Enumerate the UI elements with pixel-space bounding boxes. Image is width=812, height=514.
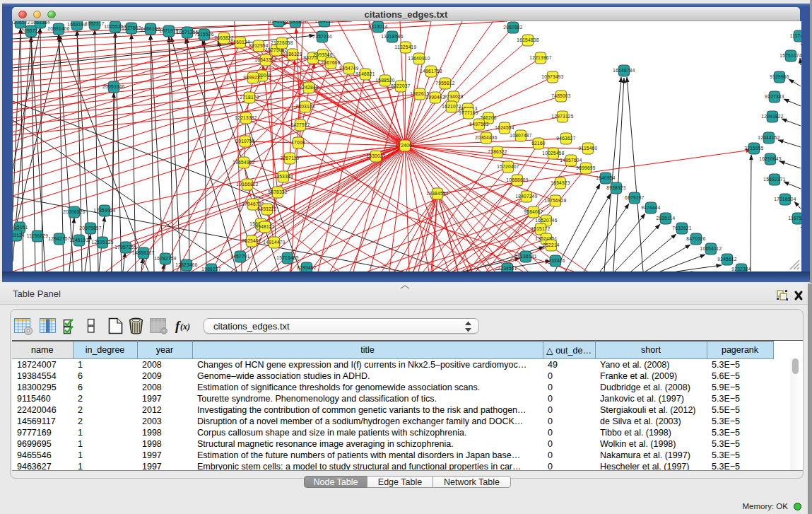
svg-text:17957255: 17957255 bbox=[114, 245, 136, 250]
svg-text:1010755: 1010755 bbox=[235, 139, 254, 144]
svg-text:7632621: 7632621 bbox=[672, 226, 691, 230]
svg-text:939124: 939124 bbox=[13, 233, 25, 238]
svg-text:7386322: 7386322 bbox=[488, 149, 507, 154]
svg-text:1205572: 1205572 bbox=[13, 21, 30, 25]
svg-text:21226058: 21226058 bbox=[271, 40, 293, 45]
svg-text:3215955: 3215955 bbox=[744, 146, 763, 151]
svg-text:12942757: 12942757 bbox=[48, 236, 70, 241]
svg-text:1545106: 1545106 bbox=[269, 21, 288, 23]
svg-text:6497563: 6497563 bbox=[469, 122, 488, 127]
svg-text:7955812: 7955812 bbox=[435, 81, 454, 86]
svg-text:11156829: 11156829 bbox=[27, 233, 48, 238]
svg-text:1353384: 1353384 bbox=[273, 174, 293, 179]
svg-text:20691406: 20691406 bbox=[47, 26, 69, 31]
svg-text:17016504: 17016504 bbox=[774, 197, 796, 201]
svg-text:1615172: 1615172 bbox=[531, 226, 550, 231]
svg-text:14914479: 14914479 bbox=[263, 240, 285, 245]
svg-text:19654952: 19654952 bbox=[233, 160, 254, 165]
svg-text:9734028: 9734028 bbox=[444, 94, 463, 99]
svg-text:5878332: 5878332 bbox=[268, 189, 287, 194]
svg-text:9463627: 9463627 bbox=[556, 136, 575, 141]
svg-text:10654112: 10654112 bbox=[700, 246, 722, 251]
svg-text:9474444: 9474444 bbox=[641, 205, 660, 210]
svg-text:8293462: 8293462 bbox=[297, 265, 316, 270]
svg-text:18407249: 18407249 bbox=[515, 194, 537, 199]
svg-text:12505135: 12505135 bbox=[91, 240, 113, 245]
svg-text:12973125: 12973125 bbox=[551, 114, 573, 119]
svg-text:1527602: 1527602 bbox=[122, 25, 141, 30]
svg-text:2718179: 2718179 bbox=[240, 95, 259, 100]
svg-text:16154838: 16154838 bbox=[517, 37, 539, 42]
svg-text:10025458: 10025458 bbox=[542, 151, 564, 156]
svg-text:1588520: 1588520 bbox=[375, 78, 394, 83]
svg-text:6879197: 6879197 bbox=[625, 195, 644, 200]
svg-text:12823466: 12823466 bbox=[175, 262, 197, 267]
svg-text:1640954: 1640954 bbox=[596, 175, 615, 180]
svg-text:1063384: 1063384 bbox=[30, 21, 49, 25]
svg-text:9242848: 9242848 bbox=[299, 85, 318, 90]
svg-text:8660124: 8660124 bbox=[230, 40, 249, 45]
svg-text:1624554: 1624554 bbox=[495, 125, 514, 130]
svg-text:9899231: 9899231 bbox=[243, 75, 262, 80]
svg-text:20053346: 20053346 bbox=[102, 84, 124, 89]
svg-text:9245612: 9245612 bbox=[717, 257, 736, 262]
svg-text:8322037: 8322037 bbox=[391, 83, 410, 88]
svg-text:9899695: 9899695 bbox=[576, 165, 595, 170]
svg-text:9457791: 9457791 bbox=[230, 254, 249, 259]
svg-text:15692371: 15692371 bbox=[763, 177, 785, 182]
svg-text:1145191: 1145191 bbox=[70, 238, 89, 243]
svg-text:9227343: 9227343 bbox=[765, 94, 784, 99]
svg-text:1733426: 1733426 bbox=[546, 258, 565, 263]
svg-text:8813014: 8813014 bbox=[368, 24, 387, 29]
svg-text:1167533: 1167533 bbox=[789, 216, 801, 221]
svg-text:2093546: 2093546 bbox=[313, 52, 332, 57]
svg-text:20364436: 20364436 bbox=[475, 135, 497, 140]
svg-text:16520746: 16520746 bbox=[535, 218, 557, 223]
svg-text:19384554: 19384554 bbox=[426, 191, 448, 196]
svg-text:16782759: 16782759 bbox=[154, 256, 176, 261]
svg-text:20206526: 20206526 bbox=[63, 209, 85, 214]
svg-text:2055721: 2055721 bbox=[21, 28, 40, 33]
svg-text:15751074: 15751074 bbox=[779, 53, 801, 58]
svg-text:16210643: 16210643 bbox=[759, 156, 781, 161]
svg-text:1530027: 1530027 bbox=[366, 153, 385, 158]
svg-text:2935114: 2935114 bbox=[657, 216, 676, 221]
svg-text:935051: 935051 bbox=[13, 225, 28, 230]
svg-text:12093822: 12093822 bbox=[761, 114, 783, 119]
svg-text:1117404: 1117404 bbox=[790, 33, 801, 38]
svg-text:8454749: 8454749 bbox=[339, 66, 358, 71]
svg-text:13218586: 13218586 bbox=[381, 34, 403, 39]
svg-text:7485003: 7485003 bbox=[551, 93, 570, 98]
svg-text:12213967: 12213967 bbox=[529, 55, 551, 60]
svg-text:1184222: 1184222 bbox=[315, 21, 334, 23]
svg-text:8938923: 8938923 bbox=[606, 185, 625, 190]
svg-text:17008: 17008 bbox=[291, 140, 305, 145]
svg-text:5493222: 5493222 bbox=[257, 206, 276, 211]
svg-text:9146821: 9146821 bbox=[355, 71, 375, 76]
svg-text:14957604: 14957604 bbox=[560, 158, 582, 163]
svg-text:3267110: 3267110 bbox=[281, 156, 300, 160]
svg-text:(x): (x) bbox=[180, 322, 190, 332]
svg-text:12444152: 12444152 bbox=[758, 135, 779, 140]
svg-text:1654923: 1654923 bbox=[551, 180, 570, 185]
svg-text:15720407: 15720407 bbox=[497, 164, 519, 169]
svg-text:62160: 62160 bbox=[531, 141, 546, 146]
svg-text:9232384: 9232384 bbox=[731, 267, 751, 271]
svg-text:17046788: 17046788 bbox=[242, 201, 264, 206]
svg-text:1990443: 1990443 bbox=[425, 95, 445, 100]
svg-text:2803144: 2803144 bbox=[295, 104, 314, 109]
svg-text:2967608: 2967608 bbox=[321, 60, 340, 65]
svg-text:20975857: 20975857 bbox=[79, 226, 101, 230]
svg-text:14958127: 14958127 bbox=[132, 250, 154, 255]
svg-text:14961758: 14961758 bbox=[420, 69, 442, 74]
svg-text:11325419: 11325419 bbox=[395, 45, 417, 49]
svg-text:1663194: 1663194 bbox=[67, 22, 86, 27]
svg-text:8471626: 8471626 bbox=[686, 236, 705, 241]
svg-text:7234561: 7234561 bbox=[498, 266, 517, 271]
svg-text:10807487: 10807487 bbox=[510, 133, 531, 138]
svg-text:6466160: 6466160 bbox=[141, 26, 160, 31]
svg-text:16148784: 16148784 bbox=[613, 68, 635, 73]
svg-text:8427512: 8427512 bbox=[290, 122, 310, 127]
svg-text:15716485: 15716485 bbox=[276, 255, 298, 260]
svg-text:7357234: 7357234 bbox=[312, 34, 331, 39]
